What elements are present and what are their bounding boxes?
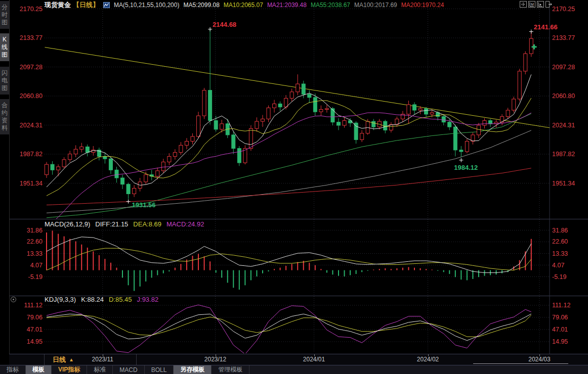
crosshair-move-icon[interactable] xyxy=(520,1,527,8)
macd-title: MACD(26,12,9) xyxy=(45,220,90,228)
kdj-settings-icon[interactable] xyxy=(11,297,16,302)
chart-window: 2170.252170.252133.772133.772097.282097.… xyxy=(0,0,588,374)
date-tick xyxy=(539,354,540,356)
axis-label: 1987.82 xyxy=(20,151,43,158)
sidebar-item-contract-info[interactable]: 合约资料 xyxy=(0,99,9,134)
price-annotation: 2141.66 xyxy=(534,23,558,31)
indicator-tab-bar: 指标 模板 VIP指标 标准 MACD BOLL 另存模板 管理模板 xyxy=(0,365,588,374)
price-annotation: 1931.56 xyxy=(132,201,156,209)
tab-standard[interactable]: 标准 xyxy=(87,365,113,374)
ma10-value: MA10:2065.07 xyxy=(224,2,263,9)
macd-dea-value: DEA:8.69 xyxy=(133,220,161,228)
axis-label: 2170.25 xyxy=(552,6,575,13)
svg-text:M: M xyxy=(531,3,534,6)
time-axis: 日线 ▲ 2023/112023/122024/012024/022024/03 xyxy=(9,354,588,365)
kdj-j-value: J:93.82 xyxy=(137,296,159,303)
date-label: 2024/02 xyxy=(417,356,439,363)
axis-label: 47.01 xyxy=(552,326,568,333)
axis-label: 2097.28 xyxy=(552,64,575,71)
axis-label: 31.86 xyxy=(27,227,43,234)
ma-settings-label: MA(5,10,21,55,100,200) xyxy=(114,2,179,9)
ma200-value: MA200:1970.24 xyxy=(401,2,444,9)
ma21-value: MA21:2039.48 xyxy=(267,2,307,9)
date-label: 2024/03 xyxy=(528,356,550,363)
sidebar-item-lightning-chart[interactable]: 闪电图 xyxy=(0,67,9,95)
symbol-name: 现货黄金 xyxy=(45,1,71,10)
axis-scale-left-icon[interactable]: M xyxy=(528,1,535,8)
chart-toolbar: M xyxy=(520,1,553,8)
axis-label: 111.12 xyxy=(24,302,43,309)
axis-label: 13.33 xyxy=(552,250,568,257)
axis-label: 2170.25 xyxy=(20,6,43,13)
axis-label: 1951.34 xyxy=(20,180,43,187)
tab-macd[interactable]: MACD xyxy=(113,365,144,374)
axis-label: 79.06 xyxy=(552,314,568,321)
axis-label: 111.12 xyxy=(552,302,570,309)
kdj-title: KDJ(9,3,3) xyxy=(45,296,76,303)
axis-label: 4.07 xyxy=(552,262,564,269)
chart-type-icon[interactable] xyxy=(103,2,110,8)
date-tick xyxy=(314,354,315,356)
annotations: 2144.682141.661984.121931.56 xyxy=(127,21,558,209)
axis-label: 2024.31 xyxy=(552,122,575,129)
axis-label: 4.07 xyxy=(30,262,43,269)
axis-scale-right-icon[interactable] xyxy=(537,1,544,8)
axis-label: 2060.80 xyxy=(20,92,43,100)
price-annotation: 1984.12 xyxy=(454,164,478,171)
ma55-value: MA55:2038.67 xyxy=(311,2,350,9)
date-tick xyxy=(216,354,216,356)
axis-label: -5.19 xyxy=(552,273,567,280)
date-tick xyxy=(428,354,429,356)
kdj-panel[interactable] xyxy=(47,305,531,354)
date-label: 2024/01 xyxy=(303,356,325,363)
period-tag: 【日线】 xyxy=(73,1,99,10)
sidebar-item-kline-chart[interactable]: K线图 xyxy=(0,33,9,61)
period-up-arrow-icon: ▲ xyxy=(69,357,74,362)
macd-panel[interactable] xyxy=(47,230,531,291)
tab-vip-indicators[interactable]: VIP指标 xyxy=(52,365,87,374)
chart-header: 现货黄金 【日线】 MA(5,10,21,55,100,200) MA5:209… xyxy=(45,1,517,9)
macd-diff-value: DIFF:21.15 xyxy=(95,220,128,228)
period-selector-label: 日线 xyxy=(53,355,66,364)
sidebar-item-time-chart[interactable]: 分时图 xyxy=(0,1,9,29)
axis-label: 13.33 xyxy=(27,250,43,257)
axis-label: 22.60 xyxy=(552,238,568,245)
price-annotation: 2144.68 xyxy=(213,21,236,28)
ma5-value: MA5:2099.08 xyxy=(183,2,219,9)
axis-label: 79.06 xyxy=(27,314,43,321)
axis-label: 2060.80 xyxy=(552,92,575,100)
left-sidebar: 分时图 K线图 闪电图 合约资料 xyxy=(0,0,10,374)
axis-label: 14.95 xyxy=(552,338,568,345)
visible-range-indicator[interactable] xyxy=(473,363,568,364)
axis-label: 1951.34 xyxy=(552,180,575,187)
tab-boll[interactable]: BOLL xyxy=(145,365,174,374)
price-chart-canvas[interactable]: 2170.252170.252133.772133.772097.282097.… xyxy=(0,0,588,374)
period-selector[interactable]: 日线 ▲ xyxy=(44,354,137,365)
axis-label: 2024.31 xyxy=(20,122,43,129)
axis-label: 2097.28 xyxy=(20,64,43,71)
macd-indicator-header: MACD(26,12,9) DIFF:21.15 DEA:8.69 MACD:2… xyxy=(45,220,204,228)
axis-label: 14.95 xyxy=(27,338,43,345)
axis-label: 2133.77 xyxy=(552,34,575,41)
kdj-k-value: K:88.24 xyxy=(81,296,104,303)
tab-indicators[interactable]: 指标 xyxy=(0,365,26,374)
tab-templates[interactable]: 模板 xyxy=(26,365,52,374)
date-label: 2023/12 xyxy=(204,356,226,363)
axis-label: 1987.82 xyxy=(552,151,575,158)
date-tick xyxy=(103,354,103,356)
kdj-d-value: D:85.45 xyxy=(109,296,132,303)
kdj-indicator-header: KDJ(9,3,3) K:88.24 D:85.45 J:93.82 xyxy=(45,296,158,303)
axis-label: 31.86 xyxy=(552,227,568,234)
tab-save-as-template[interactable]: 另存模板 xyxy=(174,365,212,374)
axis-label: 47.01 xyxy=(27,326,43,333)
axis-label: 2133.77 xyxy=(20,34,43,41)
axis-label: -5.19 xyxy=(28,273,43,280)
ma100-value: MA100:2017.69 xyxy=(354,2,397,9)
exit-fullscreen-icon[interactable] xyxy=(545,1,553,8)
macd-macd-value: MACD:24.92 xyxy=(166,220,204,228)
tab-manage-templates[interactable]: 管理模板 xyxy=(212,365,249,374)
main-price-panel[interactable] xyxy=(45,29,555,227)
axis-label: 22.60 xyxy=(27,238,43,245)
date-label: 2023/11 xyxy=(92,356,114,363)
